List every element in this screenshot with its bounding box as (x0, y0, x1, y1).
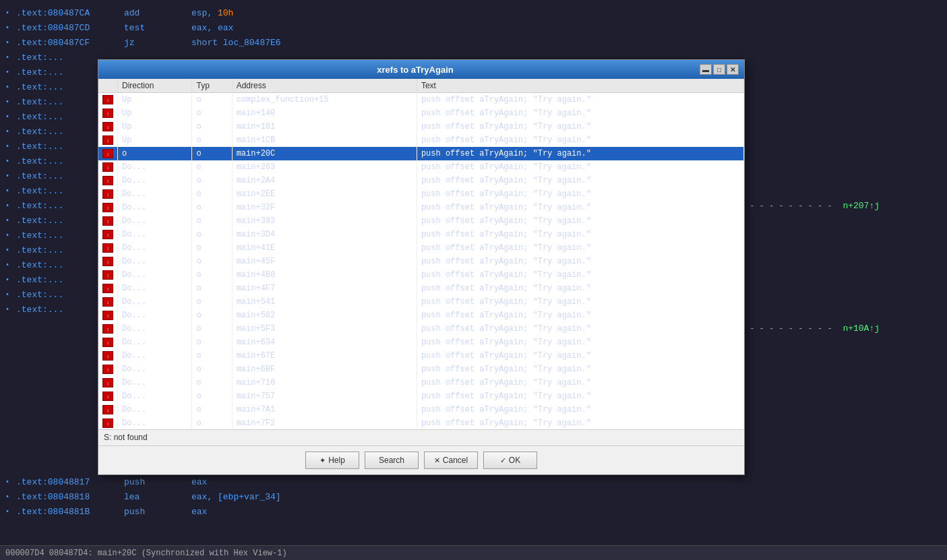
row-type: o (192, 106, 232, 120)
xref-icon: ↕ (102, 378, 113, 387)
dialog-footer: ✦ Help Search ✕ Cancel ✓ OK (98, 445, 744, 474)
table-row[interactable]: ↕Do...omain+5F3push offset aTryAgain; "T… (98, 322, 744, 336)
row-type: o (192, 322, 232, 336)
xref-icon: ↕ (102, 365, 113, 374)
row-type: o (192, 416, 232, 430)
table-row[interactable]: ↕Do...omain+7F2push offset aTryAgain; "T… (98, 416, 744, 430)
row-direction: Do... (118, 349, 192, 363)
code-line: • .text:080487CA add esp, 10h (0, 5, 947, 20)
row-type: o (192, 376, 232, 390)
table-row[interactable]: ↕oomain+20Cpush offset aTryAgain; "Try a… (98, 147, 744, 160)
xref-icon: ↕ (102, 176, 113, 185)
row-text: push offset aTryAgain; "Try again." (417, 268, 743, 282)
row-icon-cell: ↕ (98, 160, 118, 174)
row-direction: Do... (118, 282, 192, 295)
row-text: push offset aTryAgain; "Try again." (417, 160, 743, 174)
ok-button[interactable]: ✓ OK (483, 452, 537, 469)
code-line: • .text:0804881B push eax (0, 504, 947, 519)
row-direction: Do... (118, 160, 192, 174)
row-type: o (192, 93, 232, 106)
table-row[interactable]: ↕Do...omain+4B6push offset aTryAgain; "T… (98, 268, 744, 282)
row-icon-cell: ↕ (98, 187, 118, 201)
dialog-close-button[interactable]: ✕ (727, 64, 739, 75)
row-address: main+757 (232, 390, 417, 403)
row-icon-cell: ↕ (98, 147, 118, 160)
table-row[interactable]: ↕Do...omain+582push offset aTryAgain; "T… (98, 309, 744, 322)
row-type: o (192, 160, 232, 174)
row-direction: o (118, 147, 192, 160)
bullet-marker: • (5, 9, 16, 17)
search-button[interactable]: Search (365, 452, 419, 469)
row-address: main+32F (232, 201, 417, 214)
table-row[interactable]: ↕Do...omain+6BFpush offset aTryAgain; "T… (98, 363, 744, 376)
table-row[interactable]: ↕Do...omain+4F7push offset aTryAgain; "T… (98, 282, 744, 295)
xref-icon: ↕ (102, 108, 113, 118)
row-direction: Do... (118, 214, 192, 228)
help-button[interactable]: ✦ Help (305, 452, 359, 469)
row-direction: Do... (118, 255, 192, 268)
row-icon-cell: ↕ (98, 390, 118, 403)
xref-icon: ↕ (102, 324, 113, 334)
table-row[interactable]: ↕Do...omain+67Epush offset aTryAgain; "T… (98, 349, 744, 363)
xrefs-table-wrapper[interactable]: Direction Typ Address Text ↕Upocomplex_f… (98, 79, 744, 429)
table-row[interactable]: ↕Do...omain+7A1push offset aTryAgain; "T… (98, 403, 744, 416)
row-icon-cell: ↕ (98, 349, 118, 363)
table-row[interactable]: ↕Upomain+181push offset aTryAgain; "Try … (98, 120, 744, 133)
row-text: push offset aTryAgain; "Try again." (417, 376, 743, 390)
table-row[interactable]: ↕Do...omain+541push offset aTryAgain; "T… (98, 295, 744, 309)
table-row[interactable]: ↕Do...omain+263push offset aTryAgain; "T… (98, 160, 744, 174)
row-type: o (192, 349, 232, 363)
xref-icon: ↕ (102, 203, 113, 212)
row-icon-cell: ↕ (98, 268, 118, 282)
dialog-restore-button[interactable]: □ (713, 64, 725, 75)
row-icon-cell: ↕ (98, 133, 118, 147)
row-address: main+67E (232, 349, 417, 363)
table-header-row: Direction Typ Address Text (98, 79, 744, 93)
code-line: • .text:08048818 lea eax, [ebp+var_34] (0, 489, 947, 504)
row-text: push offset aTryAgain; "Try again." (417, 349, 743, 363)
row-text: push offset aTryAgain; "Try again." (417, 187, 743, 201)
row-address: complex_function+15 (232, 93, 417, 106)
table-row[interactable]: ↕Do...omain+2A4push offset aTryAgain; "T… (98, 174, 744, 187)
dialog-minimize-button[interactable]: ▬ (700, 64, 712, 75)
table-row[interactable]: ↕Do...omain+716push offset aTryAgain; "T… (98, 376, 744, 390)
xref-icon: ↕ (102, 297, 113, 307)
help-icon: ✦ (319, 456, 326, 465)
table-row[interactable]: ↕Do...omain+393push offset aTryAgain; "T… (98, 214, 744, 228)
row-type: o (192, 201, 232, 214)
row-type: o (192, 255, 232, 268)
row-address: main+2A4 (232, 174, 417, 187)
dialog-body: Direction Typ Address Text ↕Upocomplex_f… (98, 79, 744, 445)
row-direction: Do... (118, 268, 192, 282)
row-text: push offset aTryAgain; "Try again." (417, 255, 743, 268)
xref-icon: ↕ (102, 95, 113, 104)
row-address: main+2EE (232, 187, 417, 201)
row-text: push offset aTryAgain; "Try again." (417, 295, 743, 309)
xref-icon: ↕ (102, 338, 113, 347)
table-row[interactable]: ↕Upocomplex_function+15push offset aTryA… (98, 93, 744, 106)
row-text: push offset aTryAgain; "Try again." (417, 174, 743, 187)
table-row[interactable]: ↕Upomain+140push offset aTryAgain; "Try … (98, 106, 744, 120)
row-type: o (192, 282, 232, 295)
row-type: o (192, 390, 232, 403)
row-address: main+45F (232, 255, 417, 268)
row-address: main+6BF (232, 363, 417, 376)
table-row[interactable]: ↕Do...omain+2EEpush offset aTryAgain; "T… (98, 187, 744, 201)
cancel-button[interactable]: ✕ Cancel (424, 452, 478, 469)
status-bar: 000007D4 080487D4: main+20C (Synchronize… (0, 545, 947, 560)
row-icon-cell: ↕ (98, 282, 118, 295)
table-row[interactable]: ↕Do...omain+757push offset aTryAgain; "T… (98, 390, 744, 403)
row-icon-cell: ↕ (98, 201, 118, 214)
table-row[interactable]: ↕Do...omain+45Fpush offset aTryAgain; "T… (98, 255, 744, 268)
table-row[interactable]: ↕Do...omain+41Epush offset aTryAgain; "T… (98, 241, 744, 255)
table-row[interactable]: ↕Upomain+1CBpush offset aTryAgain; "Try … (98, 133, 744, 147)
row-type: o (192, 174, 232, 187)
row-direction: Up (118, 93, 192, 106)
xref-icon: ↕ (102, 311, 113, 320)
table-row[interactable]: ↕Do...omain+3D4push offset aTryAgain; "T… (98, 228, 744, 241)
row-text: push offset aTryAgain; "Try again." (417, 403, 743, 416)
row-type: o (192, 336, 232, 349)
row-type: o (192, 403, 232, 416)
table-row[interactable]: ↕Do...omain+32Fpush offset aTryAgain; "T… (98, 201, 744, 214)
table-row[interactable]: ↕Do...omain+634push offset aTryAgain; "T… (98, 336, 744, 349)
